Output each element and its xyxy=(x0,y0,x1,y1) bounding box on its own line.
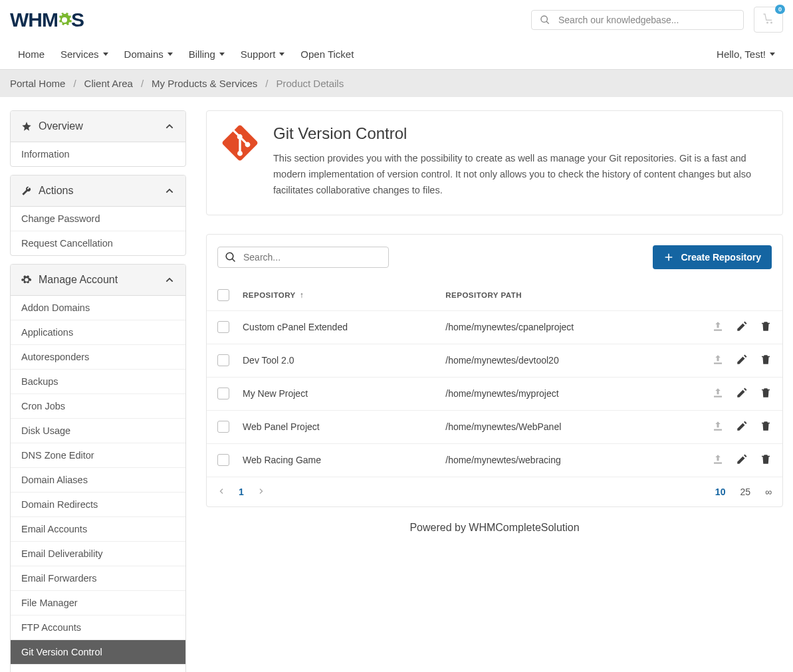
row-checkbox[interactable] xyxy=(217,388,229,399)
search-icon xyxy=(225,251,237,263)
page-size-25[interactable]: 25 xyxy=(740,487,750,497)
breadcrumb-item[interactable]: Client Area xyxy=(84,78,133,89)
row-checkbox[interactable] xyxy=(217,421,229,433)
breadcrumb-item[interactable]: Portal Home xyxy=(10,78,65,89)
page-title: Git Version Control xyxy=(273,124,768,143)
sidebar-item-applications[interactable]: Applications xyxy=(11,320,185,345)
sidebar-item-ip-blocker[interactable]: IP Blocker xyxy=(11,665,185,672)
panel-header-actions[interactable]: Actions xyxy=(11,175,185,207)
edit-button[interactable] xyxy=(736,354,748,368)
sidebar-item-email-accounts[interactable]: Email Accounts xyxy=(11,517,185,542)
cart-button[interactable]: 0 xyxy=(754,7,783,33)
chevron-down-icon xyxy=(770,53,775,56)
repo-path: /home/mynewtes/cpanelproject xyxy=(445,322,685,332)
panel-header-overview[interactable]: Overview xyxy=(11,111,185,142)
table-row: My New Project/home/mynewtes/myproject xyxy=(207,378,782,411)
breadcrumb-item: Product Details xyxy=(276,78,344,89)
chevron-up-icon xyxy=(164,185,175,196)
repo-name: Web Racing Game xyxy=(243,455,445,465)
star-icon xyxy=(21,121,32,132)
column-repository[interactable]: REPOSITORY ↑ xyxy=(243,290,445,300)
sidebar-item-information[interactable]: Information xyxy=(11,142,185,166)
sidebar-item-ftp-accounts[interactable]: FTP Accounts xyxy=(11,616,185,640)
sidebar-item-domain-redirects[interactable]: Domain Redirects xyxy=(11,493,185,517)
table-search[interactable] xyxy=(217,247,389,268)
nav-services[interactable]: Services xyxy=(53,39,116,69)
sidebar-item-backups[interactable]: Backups xyxy=(11,370,185,394)
logo[interactable]: WHM S xyxy=(10,9,84,31)
sidebar-item-email-forwarders[interactable]: Email Forwarders xyxy=(11,566,185,591)
select-all-checkbox[interactable] xyxy=(217,289,229,301)
cart-badge: 0 xyxy=(775,5,785,14)
delete-button[interactable] xyxy=(760,354,772,368)
upload-button[interactable] xyxy=(712,387,724,401)
row-checkbox[interactable] xyxy=(217,454,229,466)
page-size-∞[interactable]: ∞ xyxy=(765,487,772,497)
breadcrumb-item[interactable]: My Products & Services xyxy=(152,78,257,89)
sidebar-item-file-manager[interactable]: File Manager xyxy=(11,591,185,616)
edit-button[interactable] xyxy=(736,320,748,334)
chevron-down-icon xyxy=(279,53,284,56)
sidebar-item-domain-aliases[interactable]: Domain Aliases xyxy=(11,468,185,493)
repo-path: /home/mynewtes/myproject xyxy=(445,388,685,399)
user-greeting[interactable]: Hello, Test! xyxy=(709,39,783,69)
logo-text-post: S xyxy=(71,9,84,31)
repo-name: Custom cPanel Extended xyxy=(243,322,445,332)
nav-domains[interactable]: Domains xyxy=(116,39,181,69)
git-icon xyxy=(221,124,259,162)
repo-name: My New Project xyxy=(243,388,445,399)
nav-support[interactable]: Support xyxy=(233,39,293,69)
plus-icon xyxy=(663,252,674,263)
sidebar-item-dns-zone-editor[interactable]: DNS Zone Editor xyxy=(11,443,185,468)
delete-button[interactable] xyxy=(760,420,772,434)
sidebar-item-autoresponders[interactable]: Autoresponders xyxy=(11,345,185,370)
prev-page-button[interactable] xyxy=(217,487,225,497)
table-row: Custom cPanel Extended/home/mynewtes/cpa… xyxy=(207,311,782,344)
table-row: Web Panel Project/home/mynewtes/WebPanel xyxy=(207,411,782,444)
breadcrumb: Portal Home/Client Area/My Products & Se… xyxy=(0,70,793,97)
sidebar-item-addon-domains[interactable]: Addon Domains xyxy=(11,296,185,320)
chevron-down-icon xyxy=(103,53,108,56)
gear-icon xyxy=(21,275,32,285)
table-row: Web Racing Game/home/mynewtes/webracing xyxy=(207,444,782,477)
upload-button[interactable] xyxy=(712,354,724,368)
panel-header-manage-account[interactable]: Manage Account xyxy=(11,265,185,296)
sort-asc-icon: ↑ xyxy=(300,290,304,300)
sidebar-item-request-cancellation[interactable]: Request Cancellation xyxy=(11,231,185,255)
chevron-up-icon xyxy=(164,121,175,132)
repo-name: Dev Tool 2.0 xyxy=(243,355,445,366)
sidebar-item-cron-jobs[interactable]: Cron Jobs xyxy=(11,394,185,419)
row-checkbox[interactable] xyxy=(217,321,229,333)
edit-button[interactable] xyxy=(736,453,748,467)
row-checkbox[interactable] xyxy=(217,354,229,366)
upload-button[interactable] xyxy=(712,320,724,334)
upload-button[interactable] xyxy=(712,453,724,467)
edit-button[interactable] xyxy=(736,387,748,401)
delete-button[interactable] xyxy=(760,453,772,467)
sidebar-item-disk-usage[interactable]: Disk Usage xyxy=(11,419,185,443)
table-row: Dev Tool 2.0/home/mynewtes/devtool20 xyxy=(207,344,782,378)
table-search-input[interactable] xyxy=(243,252,382,263)
nav-open-ticket[interactable]: Open Ticket xyxy=(292,39,362,69)
kb-search[interactable] xyxy=(531,10,744,30)
delete-button[interactable] xyxy=(760,320,772,334)
chevron-down-icon xyxy=(219,53,225,56)
nav-billing[interactable]: Billing xyxy=(181,39,233,69)
nav-home[interactable]: Home xyxy=(10,39,53,69)
edit-button[interactable] xyxy=(736,420,748,434)
logo-text-pre: WHM xyxy=(10,9,58,31)
next-page-button[interactable] xyxy=(257,487,265,497)
sidebar-item-change-password[interactable]: Change Password xyxy=(11,207,185,231)
sidebar-item-email-deliverability[interactable]: Email Deliverability xyxy=(11,542,185,566)
page-number[interactable]: 1 xyxy=(239,487,244,497)
upload-button[interactable] xyxy=(712,420,724,434)
sidebar-item-git-version-control[interactable]: Git Version Control xyxy=(11,640,185,665)
column-path[interactable]: REPOSITORY PATH xyxy=(445,291,685,299)
cart-icon xyxy=(762,13,774,25)
repo-path: /home/mynewtes/devtool20 xyxy=(445,355,685,366)
kb-search-input[interactable] xyxy=(558,15,735,25)
create-repository-button[interactable]: Create Repository xyxy=(653,245,772,269)
footer-text: Powered by WHMCompleteSolution xyxy=(206,507,783,548)
page-size-10[interactable]: 10 xyxy=(715,487,726,497)
delete-button[interactable] xyxy=(760,387,772,401)
